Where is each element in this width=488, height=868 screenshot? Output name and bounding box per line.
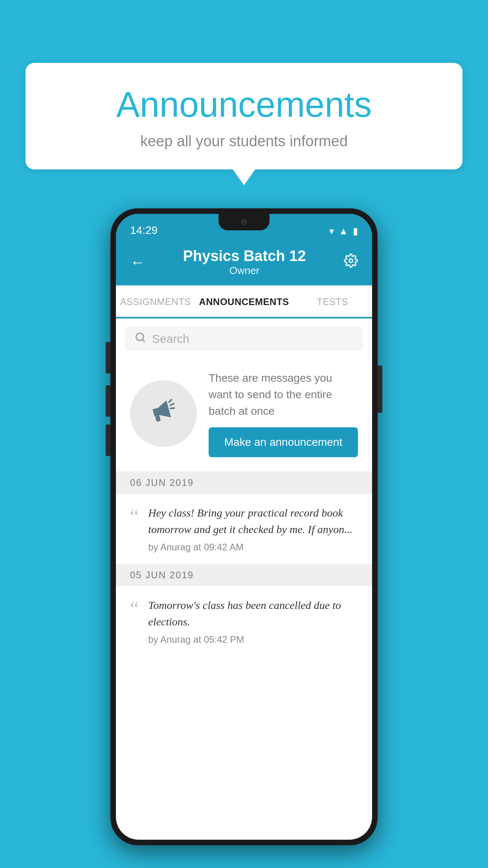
announcement-message-1: Hey class! Bring your practical record b… (148, 505, 358, 538)
search-placeholder: Search (152, 332, 189, 346)
promo-block: These are messages you want to send to t… (116, 358, 372, 472)
announcement-item-1[interactable]: “ Hey class! Bring your practical record… (116, 494, 372, 564)
battery-icon: ▮ (353, 226, 358, 237)
phone-outer: 14:29 ▾ ▲ ▮ ← Physics Batch 12 Owner (110, 208, 378, 845)
svg-line-4 (169, 400, 172, 403)
announcement-item-2[interactable]: “ Tomorrow's class has been cancelled du… (116, 586, 372, 656)
tab-assignments[interactable]: ASSIGNMENTS (116, 285, 195, 318)
svg-line-2 (142, 339, 144, 341)
svg-rect-7 (155, 415, 161, 422)
make-announcement-button[interactable]: Make an announcement (209, 427, 358, 457)
phone-notch (218, 214, 270, 230)
svg-point-0 (349, 259, 352, 262)
app-header: ← Physics Batch 12 Owner (116, 241, 372, 285)
announcement-author-1: by Anurag at 09:42 AM (148, 542, 358, 553)
promo-content: These are messages you want to send to t… (209, 370, 358, 457)
back-button[interactable]: ← (130, 254, 145, 271)
svg-marker-3 (151, 400, 171, 421)
phone-screen: 14:29 ▾ ▲ ▮ ← Physics Batch 12 Owner (116, 214, 372, 840)
header-subtitle: Owner (183, 265, 306, 277)
search-bar[interactable]: Search (125, 326, 363, 351)
header-title: Physics Batch 12 (183, 248, 306, 265)
announcement-author-2: by Anurag at 05:42 PM (148, 634, 358, 645)
promo-icon-circle (130, 380, 197, 447)
tab-announcements[interactable]: ANNOUNCEMENTS (195, 285, 293, 318)
settings-button[interactable] (344, 254, 358, 271)
status-time: 14:29 (130, 224, 158, 237)
svg-line-6 (171, 407, 174, 409)
date-separator-1: 06 JUN 2019 (116, 472, 372, 494)
search-container: Search (116, 319, 372, 358)
bubble-title: Announcements (49, 85, 439, 125)
announcement-content-1: Hey class! Bring your practical record b… (148, 505, 358, 553)
promo-description: These are messages you want to send to t… (209, 370, 358, 419)
bubble-subtitle: keep all your students informed (49, 133, 439, 150)
date-separator-2: 05 JUN 2019 (116, 564, 372, 586)
phone-mockup: 14:29 ▾ ▲ ▮ ← Physics Batch 12 Owner (110, 208, 378, 845)
tab-tests[interactable]: TESTS (293, 285, 372, 318)
status-icons: ▾ ▲ ▮ (329, 226, 358, 237)
quote-icon-1: “ (130, 506, 139, 526)
quote-icon-2: “ (130, 599, 139, 618)
header-center: Physics Batch 12 Owner (183, 248, 306, 277)
camera-dot (241, 219, 247, 225)
svg-line-5 (170, 404, 174, 405)
wifi-icon: ▾ (329, 226, 334, 237)
signal-icon: ▲ (339, 226, 348, 237)
search-icon (135, 332, 146, 346)
announcement-content-2: Tomorrow's class has been cancelled due … (148, 597, 358, 645)
megaphone-icon (143, 391, 183, 436)
announcement-message-2: Tomorrow's class has been cancelled due … (148, 597, 358, 630)
tabs-bar: ASSIGNMENTS ANNOUNCEMENTS TESTS (116, 285, 372, 319)
speech-bubble: Announcements keep all your students inf… (26, 63, 462, 169)
